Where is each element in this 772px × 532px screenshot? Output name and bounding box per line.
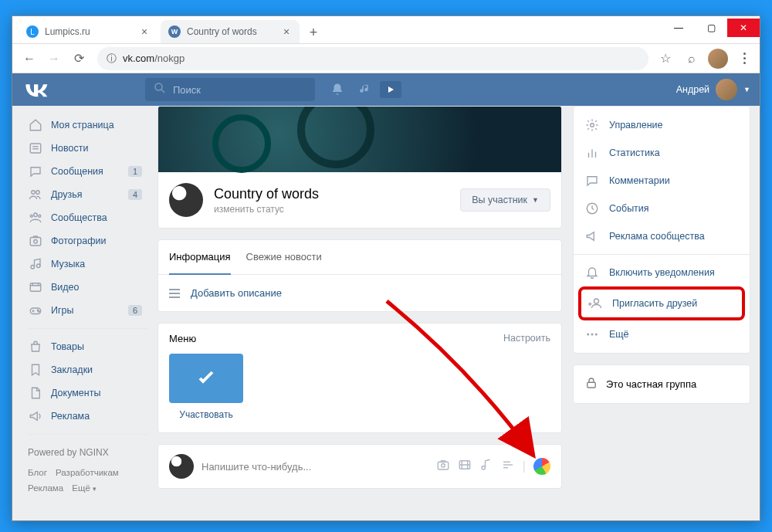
sidebar-item-video[interactable]: Видео — [22, 276, 148, 299]
notifications-icon[interactable] — [324, 78, 350, 101]
more-icon — [584, 327, 600, 342]
browser-tab-lumpics[interactable]: L Lumpics.ru × — [19, 20, 157, 43]
header-icons — [324, 78, 401, 101]
browser-tab-vk[interactable]: W Country of words × — [161, 20, 300, 43]
user-menu[interactable]: Андрей ▼ — [676, 79, 750, 100]
user-avatar — [716, 79, 737, 100]
sidebar-item-ads[interactable]: Реклама — [22, 405, 148, 428]
ads-icon — [28, 408, 43, 424]
sidebar-item-messages[interactable]: Сообщения1 — [22, 160, 148, 183]
market-icon — [28, 339, 43, 354]
globe-icon[interactable] — [533, 458, 550, 475]
url-field[interactable]: ⓘ vk.com/nokgp — [97, 47, 648, 70]
label: Вы участник — [472, 195, 527, 205]
label: Управление — [609, 120, 663, 130]
mgmt-item-stats[interactable]: Статистика — [574, 139, 750, 167]
sidebar-item-mypage[interactable]: Моя страница — [22, 114, 148, 137]
maximize-button[interactable]: ▢ — [695, 19, 727, 37]
play-icon[interactable] — [380, 81, 401, 98]
new-tab-button[interactable]: + — [303, 22, 324, 43]
sidebar-item-groups[interactable]: Сообщества — [22, 206, 148, 229]
reload-button[interactable]: ⟳ — [66, 46, 91, 71]
browser-titlebar: L Lumpics.ru × W Country of words × + — … — [12, 16, 760, 44]
sidebar-item-market[interactable]: Товары — [22, 335, 148, 358]
video-attach-icon[interactable] — [458, 458, 472, 475]
main-content: Country of words изменить статус Вы учас… — [148, 106, 750, 520]
mgmt-item-invite[interactable]: Пригласить друзей — [581, 293, 742, 314]
mgmt-item-events[interactable]: События — [574, 195, 750, 222]
vk-search[interactable] — [145, 78, 315, 101]
label: Игры — [51, 305, 73, 316]
close-icon[interactable]: × — [281, 26, 292, 37]
close-window-button[interactable]: ✕ — [727, 19, 760, 37]
browser-window: L Lumpics.ru × W Country of words × + — … — [12, 15, 760, 521]
sidebar-item-docs[interactable]: Документы — [22, 381, 148, 405]
back-button[interactable]: ← — [17, 46, 42, 71]
group-status-link[interactable]: изменить статус — [214, 204, 319, 215]
group-tabs: Информация Свежие новости — [158, 240, 561, 275]
add-person-icon — [587, 296, 603, 311]
messages-icon — [28, 164, 43, 179]
sidebar-item-music[interactable]: Музыка — [22, 252, 148, 276]
music-attach-icon[interactable] — [479, 458, 493, 475]
info-icon: ⓘ — [107, 52, 117, 66]
label: Моя страница — [51, 120, 114, 130]
svg-line-1 — [161, 90, 164, 93]
profile-avatar[interactable] — [707, 48, 729, 69]
browser-tabs: L Lumpics.ru × W Country of words × + — [19, 20, 662, 43]
link-blog[interactable]: Блог — [28, 468, 47, 477]
svg-point-27 — [591, 124, 594, 127]
key-icon[interactable]: ⌕ — [681, 48, 703, 69]
close-icon[interactable]: × — [139, 26, 150, 37]
svg-point-11 — [34, 240, 38, 244]
badge: 4 — [128, 189, 142, 200]
sidebar-item-bookmarks[interactable]: Закладки — [22, 358, 148, 381]
post-input[interactable]: Напишите что-нибудь... — [201, 461, 428, 473]
link-dev[interactable]: Разработчикам — [56, 468, 119, 477]
vk-logo[interactable] — [22, 80, 52, 99]
sidebar-item-games[interactable]: Игры6 — [22, 299, 148, 322]
favicon-lumpics: L — [26, 25, 39, 38]
link-more[interactable]: Ещё ▾ — [72, 483, 96, 493]
docs-icon — [28, 385, 43, 401]
music-icon[interactable] — [352, 78, 378, 101]
mgmt-item-more[interactable]: Ещё — [574, 320, 750, 348]
username: Андрей — [676, 84, 709, 95]
menu-tile-participate[interactable]: Участвовать — [169, 354, 243, 420]
chevron-down-icon: ▼ — [532, 196, 539, 204]
menu-button[interactable] — [733, 48, 755, 69]
mgmt-item-manage[interactable]: Управление — [574, 111, 750, 139]
add-description-link[interactable]: Добавить описание — [158, 275, 561, 311]
sidebar-item-photos[interactable]: Фотографии — [22, 229, 148, 252]
link-ads[interactable]: Реклама — [28, 483, 63, 493]
svg-point-9 — [39, 215, 41, 217]
mgmt-item-notifications[interactable]: Включить уведомления — [574, 259, 750, 286]
bookmark-icon — [28, 362, 43, 378]
label: Закладки — [51, 364, 93, 375]
private-group-card: Это частная группа — [573, 364, 750, 404]
configure-link[interactable]: Настроить — [503, 333, 550, 344]
group-avatar[interactable] — [169, 183, 203, 217]
mgmt-item-ads[interactable]: Реклама сообщества — [574, 222, 750, 250]
mgmt-item-comments[interactable]: Комментарии — [574, 167, 750, 195]
tab-news[interactable]: Свежие новости — [246, 240, 322, 275]
nginx-link[interactable]: Powered by NGINX — [28, 447, 109, 458]
friends-icon — [28, 187, 43, 202]
search-input[interactable] — [173, 84, 307, 96]
window-controls: — ▢ ✕ — [662, 16, 760, 39]
forward-button[interactable]: → — [42, 46, 66, 71]
member-button[interactable]: Вы участник ▼ — [460, 188, 550, 212]
svg-point-6 — [36, 191, 40, 195]
camera-icon[interactable] — [436, 458, 450, 475]
star-icon[interactable]: ☆ — [655, 48, 676, 69]
sidebar-item-friends[interactable]: Друзья4 — [22, 183, 148, 206]
divider — [28, 434, 148, 435]
poll-icon[interactable] — [501, 458, 515, 475]
minimize-button[interactable]: — — [662, 19, 695, 37]
label: События — [609, 203, 649, 214]
stats-icon — [584, 145, 600, 161]
svg-point-21 — [442, 464, 445, 468]
tab-info[interactable]: Информация — [169, 240, 231, 275]
sidebar-footer: Powered by NGINX Блог Разработчикам Рекл… — [22, 441, 148, 502]
sidebar-item-news[interactable]: Новости — [22, 137, 148, 160]
